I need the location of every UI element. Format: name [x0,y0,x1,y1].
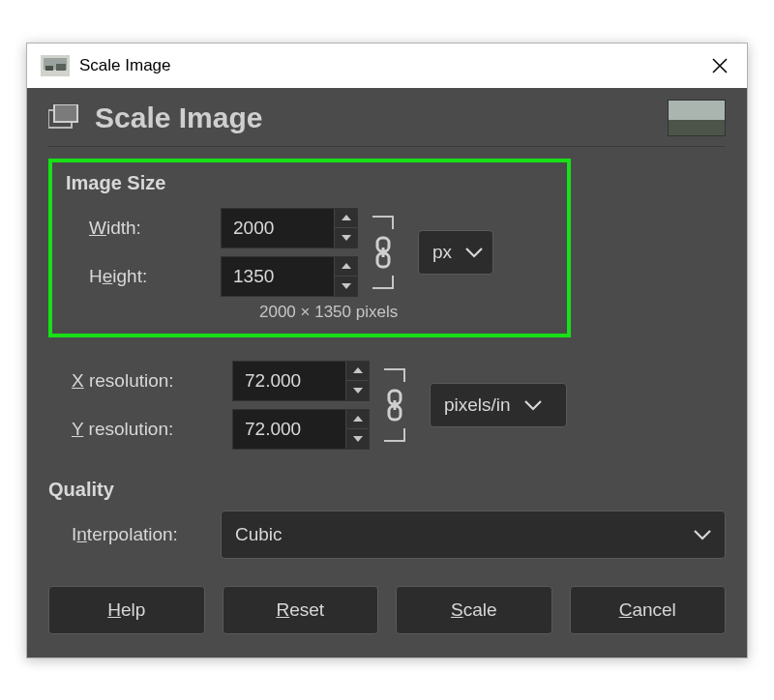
window-title: Scale Image [79,56,693,75]
y-resolution-decrement[interactable] [345,428,369,449]
svg-rect-2 [45,66,53,71]
width-increment[interactable] [334,209,357,228]
cancel-button[interactable]: Cancel [570,586,727,634]
width-decrement[interactable] [334,227,357,248]
y-resolution-input[interactable]: 72.000 [232,409,370,450]
height-increment[interactable] [334,257,357,277]
svg-rect-3 [56,64,66,71]
chevron-down-icon [465,242,483,263]
scale-image-icon [48,104,81,131]
dialog-body: Scale Image Image Size Width: 2000 [27,88,747,657]
interpolation-select[interactable]: Cubic [221,510,726,559]
size-unit-value: px [432,242,452,263]
y-resolution-label: Y resolution: [48,419,232,440]
resolution-unit-select[interactable]: pixels/in [430,383,567,427]
y-resolution-value: 72.000 [233,419,345,440]
quality-title: Quality [48,479,726,501]
x-resolution-input[interactable]: 72.000 [232,361,370,401]
height-input[interactable]: 1350 [221,256,358,297]
image-size-caption: 2000 × 1350 pixels [259,303,553,322]
dialog-title: Scale Image [95,102,668,134]
width-value: 2000 [222,218,334,239]
svg-rect-5 [54,104,77,122]
reset-button[interactable]: Reset [223,586,379,634]
chevron-down-icon [694,524,711,545]
size-unit-select[interactable]: px [418,230,493,275]
resolution-unit-value: pixels/in [444,394,511,416]
interpolation-value: Cubic [235,524,694,545]
help-button[interactable]: Help [48,586,205,634]
height-label: Height: [66,266,221,287]
image-size-section: Image Size Width: 2000 [48,159,571,337]
resolution-link-toggle[interactable] [377,363,412,448]
image-thumbnail [668,100,726,136]
dialog-header: Scale Image [48,88,726,147]
y-resolution-increment[interactable] [345,410,369,429]
interpolation-row: Interpolation: Cubic [48,510,726,559]
width-input[interactable]: 2000 [221,208,358,248]
image-size-title: Image Size [66,172,553,194]
titlebar: Scale Image [27,44,747,88]
button-row: Help Reset Scale Cancel [48,586,726,634]
chain-link-icon [383,389,406,422]
scale-image-dialog: Scale Image Scale Image Image Size Width… [26,43,748,658]
image-size-fields: Width: 2000 Height: 1350 [66,204,553,301]
width-label: Width: [66,218,221,239]
interpolation-label: Interpolation: [48,524,221,545]
height-decrement[interactable] [334,276,357,296]
x-resolution-value: 72.000 [233,370,345,392]
x-resolution-decrement[interactable] [345,380,369,400]
x-resolution-increment[interactable] [345,362,369,381]
size-link-toggle[interactable] [366,210,401,295]
chevron-down-icon [524,394,542,416]
app-icon [41,55,70,76]
resolution-section: X resolution: 72.000 Y resolution: [48,357,726,453]
close-button[interactable] [693,44,747,88]
chain-link-icon [372,236,395,269]
x-resolution-label: X resolution: [48,370,232,392]
scale-button[interactable]: Scale [396,586,552,634]
height-value: 1350 [222,266,334,287]
